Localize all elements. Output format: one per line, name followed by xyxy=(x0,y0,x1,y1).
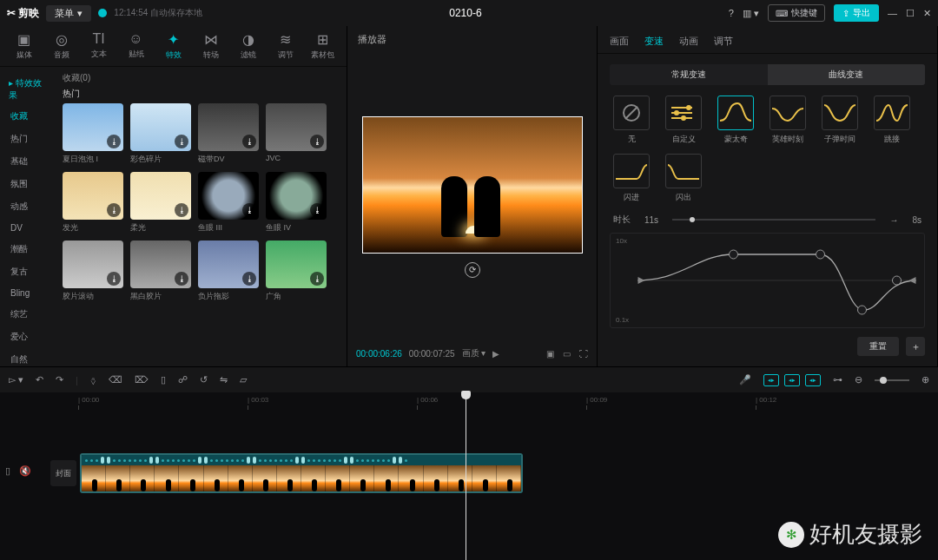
effect-card[interactable]: ⭳夏日泡泡 I xyxy=(63,103,123,165)
redo-icon[interactable]: ↷ xyxy=(56,374,63,385)
sidebar-item-自然[interactable]: 自然 xyxy=(0,348,56,366)
effect-card[interactable]: ⭳柔光 xyxy=(130,172,191,234)
speed-preset-子弹时间[interactable]: 子弹时间 xyxy=(818,96,862,145)
sidebar-item-综艺[interactable]: 综艺 xyxy=(0,303,56,326)
sidebar-item-潮酷[interactable]: 潮酷 xyxy=(0,238,56,260)
speed-curve-graph[interactable]: 10x 0.1x xyxy=(610,233,925,328)
help-icon[interactable]: ? xyxy=(729,8,734,18)
sidebar-item-DV[interactable]: DV xyxy=(0,218,56,238)
effect-card[interactable]: ⭳负片拖影 xyxy=(198,240,259,302)
export-button[interactable]: ⇪ 导出 xyxy=(834,4,879,22)
effect-card[interactable]: ⭳鱼眼 IV xyxy=(266,172,327,234)
sidebar-item-热门[interactable]: 热门 xyxy=(0,128,56,150)
asset-tab-音频[interactable]: ◎音频 xyxy=(43,31,80,66)
delete-icon[interactable]: ▯ xyxy=(161,374,166,385)
asset-tab-贴纸[interactable]: ☺贴纸 xyxy=(117,31,155,66)
add-node-button[interactable]: ＋ xyxy=(906,337,925,356)
sidebar-item-动感[interactable]: 动感 xyxy=(0,195,56,218)
download-icon[interactable]: ⭳ xyxy=(175,272,188,286)
sidebar-item-氛围[interactable]: 氛围 xyxy=(0,173,56,195)
speed-preset-自定义[interactable]: 自定义 xyxy=(662,96,705,145)
delete-left-icon[interactable]: ⌫ xyxy=(109,374,122,385)
window-maximize-icon[interactable]: ☐ xyxy=(906,8,915,19)
speed-preset-蒙太奇[interactable]: 蒙太奇 xyxy=(714,96,757,145)
effect-card[interactable]: ⭳磁带DV xyxy=(198,103,259,165)
speed-preset-英雄时刻[interactable]: 英雄时刻 xyxy=(766,96,809,145)
asset-tab-调节[interactable]: ≋调节 xyxy=(267,31,304,66)
sidebar-item-Bling[interactable]: Bling xyxy=(0,283,56,303)
effect-card[interactable]: ⭳黑白胶片 xyxy=(130,240,191,302)
align-icon[interactable]: ⊶ xyxy=(833,374,842,385)
compare-icon[interactable]: ▣ xyxy=(546,349,554,359)
track-toggle-icon[interactable]: ▯ xyxy=(5,465,10,477)
track-mute-icon[interactable]: 🔇 xyxy=(19,465,31,477)
zoom-out-icon[interactable]: ⊖ xyxy=(855,374,862,385)
asset-tab-滤镜[interactable]: ◑滤镜 xyxy=(229,31,267,66)
sidebar-item-爱心[interactable]: 爱心 xyxy=(0,326,56,348)
speed-preset-无[interactable]: 无 xyxy=(610,96,653,145)
sidebar-item-收藏[interactable]: 收藏 xyxy=(0,105,56,128)
download-icon[interactable]: ⭳ xyxy=(310,203,324,217)
duration-slider[interactable] xyxy=(672,219,875,221)
inspector-tab-动画[interactable]: 动画 xyxy=(679,35,698,48)
download-icon[interactable]: ⭳ xyxy=(107,272,121,286)
undo-icon[interactable]: ↶ xyxy=(36,374,43,385)
player-viewport[interactable] xyxy=(362,116,583,254)
ratio-icon[interactable]: ▭ xyxy=(563,349,571,359)
download-icon[interactable]: ⭳ xyxy=(242,203,256,217)
effect-card[interactable]: ⭳JVC xyxy=(266,103,327,165)
download-icon[interactable]: ⭳ xyxy=(310,272,324,286)
speed-preset-闪出[interactable]: 闪出 xyxy=(662,154,705,203)
inspector-tab-调节[interactable]: 调节 xyxy=(714,35,733,48)
asset-tab-媒体[interactable]: ▣媒体 xyxy=(5,31,43,66)
effect-card[interactable]: ⭳发光 xyxy=(63,172,123,234)
delete-right-icon[interactable]: ⌦ xyxy=(135,374,149,385)
inspector-tab-变速[interactable]: 变速 xyxy=(644,35,664,48)
asset-tab-转场[interactable]: ⋈转场 xyxy=(192,31,229,66)
effect-card[interactable]: ⭳胶片滚动 xyxy=(63,240,123,302)
fullscreen-icon[interactable]: ⛶ xyxy=(579,349,588,359)
quality-selector[interactable]: 画质 ▾ xyxy=(462,347,486,359)
crop-icon[interactable]: ▱ xyxy=(240,374,247,385)
asset-tab-素材包[interactable]: ⊞素材包 xyxy=(304,31,341,66)
rotate-button[interactable]: ⟳ xyxy=(465,262,480,278)
play-button[interactable]: ▶ xyxy=(492,349,499,359)
zoom-in-icon[interactable]: ⊕ xyxy=(921,374,929,385)
inspector-tab-画面[interactable]: 画面 xyxy=(610,35,629,48)
shortcuts-button[interactable]: ⌨ 快捷键 xyxy=(768,4,825,22)
asset-tab-特效[interactable]: ✦特效 xyxy=(155,31,192,66)
snap-toggles[interactable]: ◂▸◂▸◂▸ xyxy=(763,374,821,386)
speed-preset-跳接[interactable]: 跳接 xyxy=(870,96,914,145)
effect-card[interactable]: ⭳广角 xyxy=(266,240,327,302)
asset-tab-文本[interactable]: TI文本 xyxy=(80,31,117,66)
seg-normal-speed[interactable]: 常规变速 xyxy=(610,64,768,85)
window-close-icon[interactable]: ✕ xyxy=(923,8,931,19)
sidebar-item-基础[interactable]: 基础 xyxy=(0,150,56,173)
seg-curve-speed[interactable]: 曲线变速 xyxy=(768,64,926,85)
mirror-icon[interactable]: ⇋ xyxy=(220,374,228,385)
select-tool-icon[interactable]: ▻ ▾ xyxy=(9,374,23,385)
download-icon[interactable]: ⭳ xyxy=(107,203,121,217)
speed-preset-闪进[interactable]: 闪进 xyxy=(610,154,653,203)
window-minimize-icon[interactable]: — xyxy=(888,8,897,18)
reset-button[interactable]: 重置 xyxy=(857,337,899,356)
effect-card[interactable]: ⭳鱼眼 III xyxy=(198,172,259,234)
reverse-icon[interactable]: ↺ xyxy=(200,374,208,385)
menu-button[interactable]: 菜单 ▾ xyxy=(46,5,91,22)
layout-icon[interactable]: ▥ ▾ xyxy=(743,8,759,19)
video-clip[interactable] xyxy=(80,453,523,493)
sidebar-item-复古[interactable]: 复古 xyxy=(0,260,56,283)
download-icon[interactable]: ⭳ xyxy=(175,203,188,217)
cover-button[interactable]: 封面 xyxy=(50,460,76,486)
playhead[interactable] xyxy=(466,392,466,560)
download-icon[interactable]: ⭳ xyxy=(310,135,324,148)
split-icon[interactable]: ⎀ xyxy=(90,375,96,385)
download-icon[interactable]: ⭳ xyxy=(107,135,121,148)
download-icon[interactable]: ⭳ xyxy=(242,272,256,286)
download-icon[interactable]: ⭳ xyxy=(242,135,256,148)
freeze-icon[interactable]: ☍ xyxy=(178,374,188,385)
effect-card[interactable]: ⭳彩色碎片 xyxy=(130,103,191,165)
download-icon[interactable]: ⭳ xyxy=(175,135,188,148)
mic-icon[interactable]: 🎤 xyxy=(739,374,751,385)
timeline-ruler[interactable]: | 00:00| 00:03| 00:06| 00:09| 00:12 xyxy=(78,396,938,412)
